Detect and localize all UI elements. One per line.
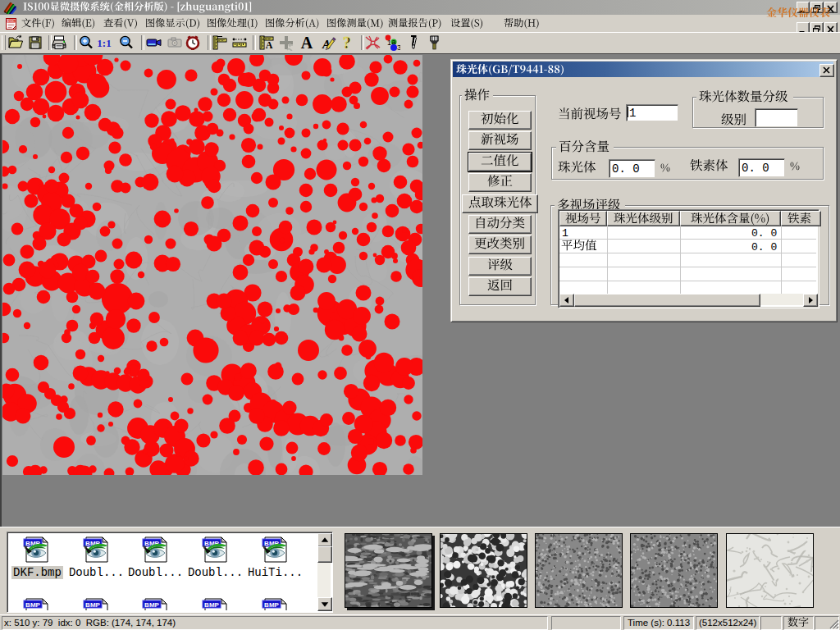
svg-text:A: A [301, 34, 313, 51]
svg-text:DOC: DOC [7, 19, 15, 23]
svg-text:BMP: BMP [144, 601, 159, 609]
svg-text:1:1: 1:1 [97, 37, 111, 49]
svg-text:BMP: BMP [264, 601, 279, 609]
svg-text:3: 3 [397, 43, 400, 51]
svg-text:1: 1 [387, 39, 391, 47]
svg-text:BMP: BMP [85, 601, 100, 609]
svg-text:BMP: BMP [204, 601, 219, 609]
svg-text:A: A [266, 39, 273, 51]
svg-text:?: ? [343, 34, 351, 51]
svg-text:a: a [392, 38, 396, 46]
svg-text:BMP: BMP [25, 601, 40, 609]
